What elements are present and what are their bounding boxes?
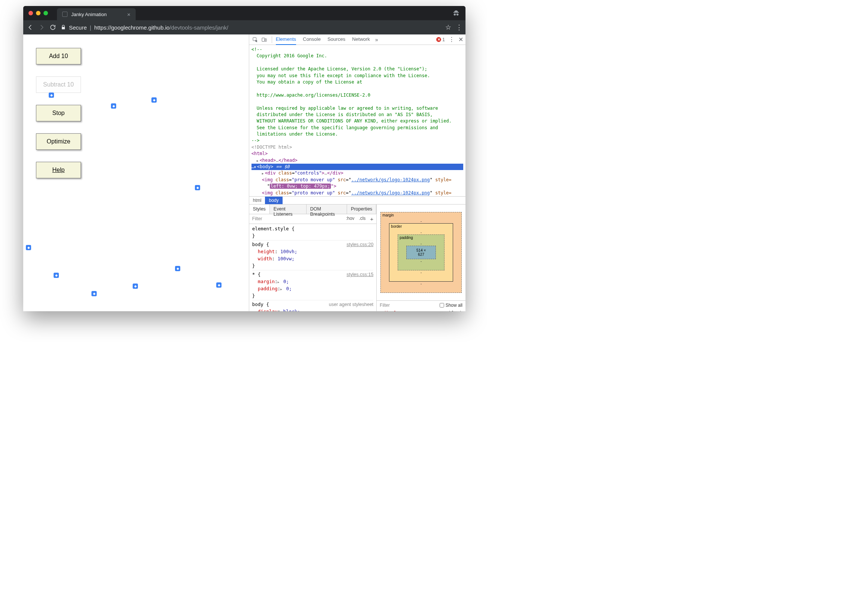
rendered-page: Add 10 Subtract 10 Stop Optimize Help ◆◆…: [23, 34, 249, 311]
bookmark-icon[interactable]: ☆: [445, 23, 451, 31]
svg-rect-2: [265, 39, 266, 41]
box-model[interactable]: margin - border - padding - 514 × 627 -: [377, 204, 465, 300]
crumb-body[interactable]: body: [265, 196, 282, 204]
devtools-close-icon[interactable]: ✕: [458, 36, 463, 43]
subtab-properties[interactable]: Properties: [347, 204, 376, 214]
img-node-2[interactable]: <img class="proto mover up" src="../netw…: [251, 190, 463, 196]
styles-subtabs: Styles Event Listeners DOM Breakpoints P…: [249, 204, 377, 214]
show-all-checkbox[interactable]: Show all: [440, 303, 462, 308]
comment-line: [251, 99, 463, 105]
browser-window: Janky Animation × Secure | https://googl…: [23, 6, 465, 311]
mover-icon: ◆: [195, 185, 200, 190]
comment-line: See the License for the specific languag…: [251, 125, 463, 131]
comment-line: [251, 60, 463, 66]
forward-button[interactable]: [38, 24, 45, 31]
controls-div-node[interactable]: <div class="controls">…</div>: [251, 170, 463, 176]
tab-console[interactable]: Console: [303, 34, 321, 45]
mover-icon: ◆: [133, 283, 138, 289]
inspect-element-icon[interactable]: [251, 36, 259, 43]
computed-list: Filter Show all displayblock: [377, 300, 465, 311]
optimize-button[interactable]: Optimize: [36, 133, 81, 150]
svg-rect-1: [262, 38, 265, 41]
subtab-dom-breakpoints[interactable]: DOM Breakpoints: [307, 204, 347, 214]
img-node-1-style[interactable]: "left: 0vw; top: 479px;">: [251, 183, 463, 190]
styles-pane: Styles Event Listeners DOM Breakpoints P…: [249, 204, 377, 311]
subtab-styles[interactable]: Styles: [249, 204, 270, 214]
maximize-window-button[interactable]: [43, 11, 48, 15]
minimize-window-button[interactable]: [36, 11, 40, 15]
mover-icon: ◆: [175, 266, 180, 271]
devtools-panel: Elements Console Sources Network » ✕1 ⋮ …: [249, 34, 465, 311]
comment-line: <!--: [251, 46, 463, 53]
img-node-1[interactable]: <img class="proto mover up" src="../netw…: [251, 177, 463, 183]
comment-line: WITHOUT WARRANTIES OR CONDITIONS OF ANY …: [251, 118, 463, 124]
devtools-toolbar: Elements Console Sources Network » ✕1 ⋮ …: [249, 34, 465, 45]
body-node-selected[interactable]: …<body> == $0: [251, 164, 463, 170]
browser-menu-icon[interactable]: ⋮: [456, 23, 462, 31]
css-rules[interactable]: element.style { } styles.css:20 body { h…: [249, 224, 377, 311]
computed-pane: margin - border - padding - 514 × 627 -: [377, 204, 465, 311]
mover-icon: ◆: [91, 291, 97, 296]
tab-sources[interactable]: Sources: [327, 34, 346, 45]
html-open-tag[interactable]: <html>: [251, 151, 268, 156]
subtab-event-listeners[interactable]: Event Listeners: [270, 204, 307, 214]
error-badge[interactable]: ✕1: [436, 37, 445, 42]
comment-line: limitations under the License.: [251, 131, 463, 138]
add-button[interactable]: Add 10: [36, 48, 81, 65]
content-area: Add 10 Subtract 10 Stop Optimize Help ◆◆…: [23, 34, 465, 311]
comment-line: Unless required by applicable law or agr…: [251, 105, 463, 111]
styles-filter-input[interactable]: Filter: [252, 216, 262, 221]
dom-tree[interactable]: <!--Copyright 2016 Google Inc. Licensed …: [249, 45, 465, 196]
comment-line: Copyright 2016 Google Inc.: [251, 53, 463, 59]
reload-button[interactable]: [50, 24, 56, 31]
browser-toolbar: Secure | https://googlechrome.github.io/…: [23, 20, 465, 34]
comment-line: distributed under the License is distrib…: [251, 111, 463, 118]
incognito-icon: [452, 9, 460, 17]
page-icon: [62, 12, 67, 17]
crumb-html[interactable]: html: [249, 196, 265, 204]
titlebar: Janky Animation ×: [23, 6, 465, 20]
devtools-menu-icon[interactable]: ⋮: [449, 36, 455, 43]
url-path: /devtools-samples/jank/: [169, 24, 228, 31]
comment-line: [251, 85, 463, 92]
window-controls: [23, 11, 48, 15]
devtools-tabs: Elements Console Sources Network: [276, 34, 370, 45]
back-button[interactable]: [27, 24, 34, 31]
box-dimensions: 514 × 627: [406, 246, 436, 259]
mover-icon: ◆: [49, 93, 54, 98]
ua-label: user agent stylesheet: [329, 301, 374, 308]
comment-line: Licensed under the Apache License, Versi…: [251, 66, 463, 72]
doctype: <!DOCTYPE html>: [251, 145, 292, 150]
more-tabs-icon[interactable]: »: [375, 37, 378, 43]
source-link[interactable]: styles.css:20: [347, 241, 374, 248]
cls-toggle[interactable]: .cls: [359, 216, 366, 222]
address-bar[interactable]: Secure | https://googlechrome.github.io/…: [61, 20, 441, 34]
close-tab-button[interactable]: ×: [127, 12, 130, 17]
mover-icon: ◆: [54, 273, 59, 278]
new-style-rule-button[interactable]: +: [370, 216, 374, 222]
computed-filter-input[interactable]: Filter: [380, 303, 390, 308]
device-toolbar-icon[interactable]: [260, 36, 268, 43]
lock-icon: [61, 25, 66, 30]
source-link[interactable]: styles.css:15: [347, 271, 374, 278]
secure-label: Secure: [69, 24, 87, 31]
controls-panel: Add 10 Subtract 10 Stop Optimize Help: [36, 48, 81, 178]
breadcrumbs: html body: [249, 196, 465, 204]
browser-tab[interactable]: Janky Animation ×: [57, 8, 136, 20]
hov-toggle[interactable]: :hov: [346, 216, 355, 222]
tab-elements[interactable]: Elements: [276, 34, 296, 45]
stop-button[interactable]: Stop: [36, 105, 81, 121]
mover-icon: ◆: [111, 104, 116, 109]
close-window-button[interactable]: [28, 11, 33, 15]
styles-filter-row: Filter :hov .cls +: [249, 214, 377, 224]
mover-icon: ◆: [26, 245, 31, 250]
mover-icon: ◆: [216, 283, 222, 287]
tab-network[interactable]: Network: [352, 34, 370, 45]
head-node[interactable]: <head>…</head>: [251, 157, 463, 164]
help-button[interactable]: Help: [36, 162, 81, 178]
url-host: https://googlechrome.github.io: [94, 24, 169, 31]
tab-title: Janky Animation: [71, 12, 107, 17]
comment-line: you may not use this file except in comp…: [251, 73, 463, 79]
comment-line: http://www.apache.org/licenses/LICENSE-2…: [251, 92, 463, 99]
subtract-button[interactable]: Subtract 10: [36, 76, 81, 93]
